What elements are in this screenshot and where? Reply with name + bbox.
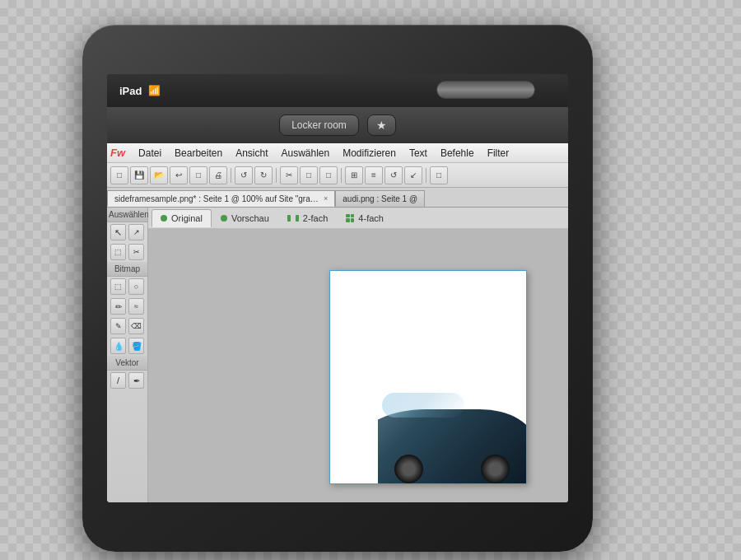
tb-cut[interactable]: ✂: [280, 166, 298, 184]
car-image-area: [378, 385, 526, 483]
tools-row-1: ↖ ↗: [107, 222, 147, 242]
tab-audi-label: audi.png : Seite 1 @: [343, 194, 417, 203]
tools-row-4: ✏ ≈: [107, 296, 147, 316]
vorschau-dot: [221, 215, 227, 222]
fw-content: Auswählen ↖ ↗ ⬚ ✂ Bitmap ⬚ ○: [107, 208, 568, 502]
menu-ansicht[interactable]: Ansicht: [229, 146, 274, 161]
tool-select-arrow[interactable]: ↖: [110, 224, 126, 240]
tb-undo[interactable]: ↺: [235, 166, 253, 184]
tb-clone[interactable]: □: [319, 166, 338, 184]
ipad-statusbar: iPad 📶: [107, 74, 568, 107]
tool-marquee[interactable]: ⬚: [110, 244, 126, 260]
ipad-device: iPad 📶 Locker room ★ Fw Datei Bearbeiten…: [82, 25, 593, 552]
menu-auswaehlen[interactable]: Auswählen: [274, 146, 336, 161]
tb-grid[interactable]: ⊞: [345, 166, 363, 184]
tb-new[interactable]: □: [110, 166, 128, 184]
tb-sep1: [231, 168, 231, 183]
original-dot: [161, 215, 167, 222]
tb-transform[interactable]: ↺: [384, 166, 403, 184]
tool-brush[interactable]: ≈: [128, 298, 144, 315]
ipad-slider[interactable]: [436, 81, 535, 99]
tb-import[interactable]: ↙: [404, 166, 422, 184]
view-tab-2fach[interactable]: 2-fach: [278, 209, 338, 227]
tb-back[interactable]: ↩: [170, 166, 188, 184]
menu-bearbeiten[interactable]: Bearbeiten: [168, 146, 229, 161]
fireworks-window: Fw Datei Bearbeiten Ansicht Auswählen Mo…: [107, 143, 568, 502]
tool-pen[interactable]: ✒: [128, 372, 144, 389]
view-tab-4fach[interactable]: 4-fach: [337, 209, 393, 227]
fw-tools-panel: Auswählen ↖ ↗ ⬚ ✂ Bitmap ⬚ ○: [107, 208, 148, 502]
fw-canvas-area: Original Vorschau 2-fach: [148, 208, 568, 502]
wifi-icon: 📶: [148, 85, 161, 96]
tb-symbol[interactable]: □: [430, 166, 448, 184]
fw-logo: Fw: [110, 147, 125, 159]
view-tab-original-label: Original: [171, 213, 203, 223]
tool-erase[interactable]: ✎: [110, 318, 126, 334]
tools-label-auswaehlen: Auswählen: [107, 208, 147, 222]
fw-toolbar: □ 💾 📂 ↩ □ 🖨 ↺ ↻ ✂ □ □ ⊞ ≡ ↺ ↙ □: [107, 163, 568, 188]
document-canvas: [329, 270, 527, 484]
tool-rect-select[interactable]: ⬚: [110, 278, 126, 295]
fw-view-tabs: Original Vorschau 2-fach: [148, 208, 568, 229]
tb-redo[interactable]: ↻: [254, 166, 273, 184]
menu-datei[interactable]: Datei: [132, 146, 168, 161]
ipad-screen: iPad 📶 Locker room ★ Fw Datei Bearbeiten…: [107, 74, 568, 502]
tool-crop[interactable]: ✂: [128, 244, 144, 260]
2fach-dot1: [287, 215, 291, 222]
menu-text[interactable]: Text: [403, 146, 434, 161]
4fach-dot3: [346, 218, 350, 222]
tools-label-bitmap: Bitmap: [107, 262, 147, 277]
canvas-work-area: [148, 229, 568, 502]
tb-save[interactable]: 💾: [130, 166, 148, 184]
tool-lasso[interactable]: ○: [128, 278, 144, 295]
tools-row-6: 💧 🪣: [107, 336, 147, 356]
car-wheel-right: [481, 455, 510, 483]
tab-sideframe-close[interactable]: ×: [324, 194, 328, 203]
fw-menubar: Fw Datei Bearbeiten Ansicht Auswählen Mo…: [107, 143, 568, 163]
menu-filter[interactable]: Filter: [481, 146, 516, 161]
tools-row-7: / ✒: [107, 371, 147, 390]
tool-line[interactable]: /: [110, 372, 126, 389]
view-tab-original[interactable]: Original: [151, 209, 212, 227]
tool-pencil[interactable]: ✏: [110, 298, 126, 315]
view-tab-vorschau-label: Vorschau: [231, 213, 269, 223]
tb-align[interactable]: ≡: [365, 166, 383, 184]
view-tab-vorschau[interactable]: Vorschau: [212, 209, 278, 227]
tools-label-vektor: Vektor: [107, 356, 147, 371]
2fach-dot2: [296, 215, 299, 222]
view-tab-4fach-label: 4-fach: [358, 213, 384, 223]
tb-print[interactable]: 🖨: [209, 166, 227, 184]
tool-bucket[interactable]: 🪣: [128, 338, 144, 354]
tool-smudge[interactable]: ⌫: [128, 318, 144, 334]
tools-row-3: ⬚ ○: [107, 277, 147, 296]
menu-befehle[interactable]: Befehle: [434, 146, 481, 161]
menu-modifizieren[interactable]: Modifizieren: [336, 146, 403, 161]
tab-sideframe-label: sideframesample.png* : Seite 1 @ 100% au…: [114, 194, 320, 203]
fw-tabbar: sideframesample.png* : Seite 1 @ 100% au…: [107, 188, 568, 208]
tb-sep4: [426, 168, 426, 183]
ipad-label: iPad: [119, 85, 142, 97]
tb-sep3: [341, 168, 342, 183]
tb-open[interactable]: 📂: [150, 166, 168, 184]
tool-dropper[interactable]: 💧: [110, 338, 126, 354]
tab-audi[interactable]: audi.png : Seite 1 @: [335, 190, 425, 207]
tools-row-2: ⬚ ✂: [107, 242, 147, 262]
locker-room-button[interactable]: Locker room: [279, 114, 359, 136]
tools-row-5: ✎ ⌫: [107, 316, 147, 336]
tb-sep2: [276, 168, 277, 183]
star-button[interactable]: ★: [367, 114, 396, 136]
view-tab-2fach-label: 2-fach: [303, 213, 329, 223]
4fach-dot1: [346, 214, 350, 218]
ipad-navbar: Locker room ★: [107, 107, 568, 143]
tab-sideframe[interactable]: sideframesample.png* : Seite 1 @ 100% au…: [107, 190, 335, 207]
tool-subselector[interactable]: ↗: [128, 224, 144, 240]
tb-paste[interactable]: □: [300, 166, 318, 184]
car-windshield: [382, 393, 464, 418]
4fach-dot2: [351, 214, 355, 218]
car-wheel-left: [394, 455, 423, 483]
tb-copy[interactable]: □: [189, 166, 207, 184]
4fach-dot4: [351, 218, 355, 222]
